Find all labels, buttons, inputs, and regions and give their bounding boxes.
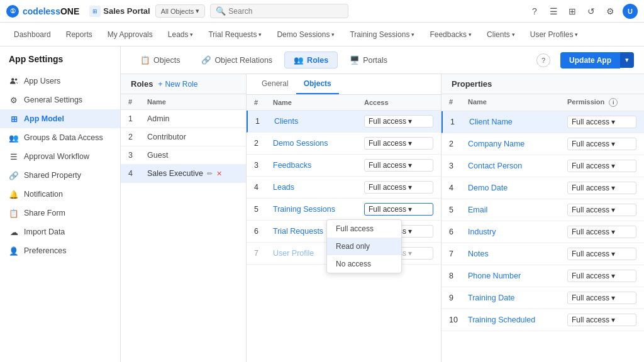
update-app-main-btn[interactable]: Update App — [560, 52, 620, 69]
chevron-down-icon: ▾ — [408, 183, 412, 192]
prop-row-training-scheduled[interactable]: 10 Training Scheduled Full access ▾ — [441, 309, 644, 331]
nav-clients[interactable]: Clients ▾ — [480, 28, 521, 41]
sidebar-item-app-model[interactable]: ⊞ App Model — [0, 109, 120, 128]
chevron-down-icon: ▾ — [611, 228, 615, 236]
dropdown-option-full[interactable]: Full access — [327, 220, 401, 238]
plus-icon: + — [158, 80, 162, 89]
prop-row-email[interactable]: 5 Email Full access ▾ — [441, 199, 644, 221]
tab-roles[interactable]: 👥 Roles — [284, 52, 338, 69]
prop-row-demo-date[interactable]: 4 Demo Date Full access ▾ — [441, 177, 644, 199]
properties-header: Properties — [441, 74, 644, 94]
nav-dashboard[interactable]: Dashboard — [8, 28, 57, 41]
perm-dropdown-training-date[interactable]: Full access ▾ — [567, 292, 636, 304]
shareform-icon: 📋 — [9, 208, 19, 218]
role-row-sales-executive[interactable]: 4 Sales Executive ✏ ✕ — [121, 165, 246, 183]
perm-dropdown-demo-date[interactable]: Full access ▾ — [567, 182, 636, 194]
search-input[interactable] — [228, 7, 343, 16]
workflow-icon: ☰ — [9, 151, 19, 162]
sidebar-item-groups-data-access[interactable]: 👥 Groups & Data Access — [0, 128, 120, 147]
sidebar-item-share-form[interactable]: 📋 Share Form — [0, 204, 120, 222]
roles-list: Roles + New Role # Name 1 Admin — [121, 74, 247, 362]
update-app-button[interactable]: Update App ▾ — [560, 52, 634, 69]
access-dropdown-feedbacks[interactable]: Full access ▾ — [364, 159, 433, 172]
prop-row-contact-person[interactable]: 3 Contact Person Full access ▾ — [441, 155, 644, 177]
role-row-guest[interactable]: 3 Guest — [121, 146, 246, 165]
object-row-clients[interactable]: 1 Clients Full access ▾ — [247, 111, 441, 133]
sidebar-item-app-users[interactable]: App Users — [0, 72, 120, 90]
access-dropdown-leads[interactable]: Full access ▾ — [364, 181, 433, 194]
perm-dropdown-training-scheduled[interactable]: Full access ▾ — [567, 314, 636, 326]
prop-row-phone[interactable]: 8 Phone Number Full access ▾ — [441, 265, 644, 287]
access-dropdown-demo[interactable]: Full access ▾ — [364, 137, 433, 150]
access-dropdown-training[interactable]: Full access ▾ — [364, 203, 433, 216]
settings-icon[interactable]: ⚙ — [604, 5, 616, 18]
update-app-dropdown-btn[interactable]: ▾ — [620, 52, 634, 68]
menu-icon[interactable]: ☰ — [547, 5, 560, 18]
chevron-down-icon: ▾ — [408, 205, 412, 214]
avatar[interactable]: U — [623, 4, 638, 19]
groups-icon: 👥 — [9, 133, 19, 143]
nav-leads[interactable]: Leads ▾ — [162, 28, 200, 41]
main-layout: App Settings App Users ⚙ General Setting… — [0, 47, 644, 362]
perm-dropdown-phone[interactable]: Full access ▾ — [567, 270, 636, 282]
breadcrumb: ⊞ Sales Portal — [89, 6, 150, 17]
sidebar-item-import-data[interactable]: ☁ Import Data — [0, 222, 120, 241]
tab-object-relations[interactable]: 🔗 Object Relations — [192, 52, 282, 69]
sidebar-item-general-settings[interactable]: ⚙ General Settings — [0, 90, 120, 109]
prop-row-industry[interactable]: 6 Industry Full access ▾ — [441, 221, 644, 243]
object-row-training[interactable]: 5 Training Sessions Full access ▾ Full a… — [247, 199, 441, 221]
obj-tab-general[interactable]: General — [254, 74, 296, 94]
role-row-contributor[interactable]: 2 Contributor — [121, 128, 246, 146]
new-role-button[interactable]: + New Role — [158, 80, 197, 89]
prop-row-training-date[interactable]: 9 Training Date Full access ▾ — [441, 287, 644, 309]
object-row-leads[interactable]: 4 Leads Full access ▾ — [247, 177, 441, 199]
permission-info-icon[interactable]: i — [609, 98, 618, 107]
sidebar-item-preferences[interactable]: 👤 Preferences — [0, 241, 120, 260]
nav-trial-requests[interactable]: Trial Requests ▾ — [202, 28, 268, 41]
prop-row-company-name[interactable]: 2 Company Name Full access ▾ — [441, 133, 644, 155]
nav-my-approvals[interactable]: My Approvals — [101, 28, 159, 41]
nav-feedbacks[interactable]: Feedbacks ▾ — [423, 28, 478, 41]
tab-portals[interactable]: 🖥️ Portals — [340, 52, 397, 69]
help-icon[interactable]: ? — [528, 5, 541, 18]
role-row-admin[interactable]: 1 Admin — [121, 110, 246, 128]
nav-user-profiles[interactable]: User Profiles ▾ — [524, 28, 585, 41]
content-area: 📋 Objects 🔗 Object Relations 👥 Roles 🖥️ … — [121, 47, 644, 362]
access-dropdown-menu: Full access Read only No access — [326, 219, 402, 273]
search-bar[interactable]: 🔍 — [210, 4, 348, 18]
role-delete-icon[interactable]: ✕ — [216, 170, 222, 178]
dropdown-option-noaccess[interactable]: No access — [327, 255, 401, 273]
dropdown-option-readonly[interactable]: Read only — [327, 238, 401, 255]
chevron-down-icon: ▾ — [611, 184, 615, 192]
history-icon[interactable]: ↺ — [585, 5, 597, 18]
sidebar-label-share-form: Share Form — [24, 209, 65, 217]
prop-row-client-name[interactable]: 1 Client Name Full access ▾ — [441, 111, 644, 133]
all-objects-button[interactable]: All Objects ▾ — [155, 4, 206, 18]
chevron-down-icon: ▾ — [611, 162, 615, 170]
nav-demo-sessions[interactable]: Demo Sessions ▾ — [270, 28, 341, 41]
object-row-feedbacks[interactable]: 3 Feedbacks Full access ▾ — [247, 155, 441, 177]
content-help-icon[interactable]: ? — [536, 53, 550, 67]
obj-tab-objects[interactable]: Objects — [296, 74, 339, 94]
perm-dropdown-email[interactable]: Full access ▾ — [567, 204, 636, 216]
object-row-demo-sessions[interactable]: 2 Demo Sessions Full access ▾ — [247, 133, 441, 155]
tab-objects[interactable]: 📋 Objects — [131, 52, 189, 69]
perm-dropdown-contact[interactable]: Full access ▾ — [567, 160, 636, 172]
role-edit-icon[interactable]: ✏ — [207, 170, 213, 178]
second-nav: Dashboard Reports My Approvals Leads ▾ T… — [0, 23, 644, 47]
perm-dropdown-industry[interactable]: Full access ▾ — [567, 226, 636, 238]
sidebar: App Settings App Users ⚙ General Setting… — [0, 47, 121, 362]
perm-dropdown-client-name[interactable]: Full access ▾ — [567, 116, 636, 128]
perm-dropdown-notes[interactable]: Full access ▾ — [567, 248, 636, 260]
nav-reports[interactable]: Reports — [60, 28, 99, 41]
prop-row-notes[interactable]: 7 Notes Full access ▾ — [441, 243, 644, 265]
content-tabs: 📋 Objects 🔗 Object Relations 👥 Roles 🖥️ … — [131, 52, 397, 69]
sidebar-item-shared-property[interactable]: 🔗 Shared Property — [0, 166, 120, 185]
perm-dropdown-company[interactable]: Full access ▾ — [567, 138, 636, 150]
roles-tab-icon: 👥 — [294, 55, 304, 65]
sidebar-item-notification[interactable]: 🔔 Notification — [0, 185, 120, 204]
nav-training-sessions[interactable]: Training Sessions ▾ — [343, 28, 421, 41]
access-dropdown-clients[interactable]: Full access ▾ — [364, 115, 433, 128]
apps-icon[interactable]: ⊞ — [566, 5, 579, 18]
sidebar-item-approval-workflow[interactable]: ☰ Approval Workflow — [0, 147, 120, 166]
